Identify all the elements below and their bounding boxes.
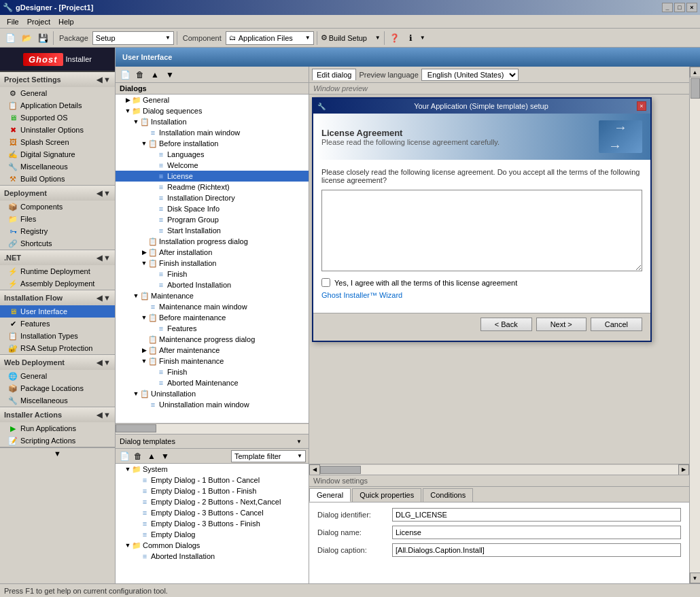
wizard-link[interactable]: Ghost Installer™ Wizard — [321, 291, 642, 299]
toggle[interactable]: ▼ — [132, 390, 140, 398]
dialogs-tree[interactable]: ▶ 📁 General ▼ 📁 Dialog sequences — [116, 95, 309, 423]
tree-node-license[interactable]: ≡ License — [116, 171, 309, 182]
sidebar-item-web-misc[interactable]: 🔧 Miscellaneous — [0, 394, 115, 407]
tree-node-program-group[interactable]: ≡ Program Group — [116, 214, 309, 225]
sidebar-item-components[interactable]: 📦 Components — [0, 201, 115, 213]
scroll-down-button[interactable]: ▼ — [690, 573, 701, 583]
back-button[interactable]: < Back — [480, 318, 532, 331]
tree-node-after-install[interactable]: ▶ 📋 After installation — [116, 247, 309, 258]
sidebar-item-assembly[interactable]: ⚡ Assembly Deployment — [0, 277, 115, 290]
sidebar-item-install-types[interactable]: 📋 Installation Types — [0, 330, 115, 342]
tmpl-btn-4[interactable]: ▼ — [159, 450, 171, 462]
sidebar-item-uninstaller[interactable]: ✖ Uninstaller Options — [0, 124, 115, 136]
tmpl-btn-1[interactable]: 📄 — [118, 450, 130, 462]
tab-quick-props[interactable]: Quick properties — [352, 488, 421, 502]
tree-node-welcome[interactable]: ≡ Welcome — [116, 160, 309, 171]
menu-help[interactable]: Help — [54, 16, 78, 27]
template-node-empty-2-next[interactable]: ≡ Empty Dialog - 2 Buttons - Next,Cancel — [116, 496, 309, 507]
sidebar-item-registry[interactable]: 🗝 Registry — [0, 225, 115, 237]
toggle[interactable]: ▼ — [132, 292, 140, 300]
close-button[interactable]: × — [686, 3, 697, 12]
title-bar-controls[interactable]: _ □ × — [662, 3, 697, 12]
toggle[interactable]: ▼ — [124, 465, 132, 473]
dlg-name-input[interactable] — [392, 526, 681, 539]
tmpl-btn-3[interactable]: ▲ — [145, 450, 158, 462]
fake-window-close[interactable]: × — [637, 101, 646, 111]
next-button[interactable]: Next > — [536, 318, 587, 331]
tree-btn-3[interactable]: ▲ — [148, 68, 162, 82]
tree-btn-4[interactable]: ▼ — [163, 68, 177, 82]
install-flow-header[interactable]: Installation Flow ◀ ▼ — [0, 290, 115, 305]
edit-dialog-tab[interactable]: Edit dialog — [312, 69, 356, 80]
dotnet-header[interactable]: .NET ◀ ▼ — [0, 250, 115, 265]
tree-node-uninstall[interactable]: ▼ 📋 Uninstallation — [116, 388, 309, 399]
tree-node-after-maint[interactable]: ▶ 📋 After maintenance — [116, 345, 309, 356]
maximize-button[interactable]: □ — [674, 3, 685, 12]
tree-node-maint-main[interactable]: ≡ Maintenance main window — [116, 301, 309, 312]
tree-node-before-maint[interactable]: ▼ 📋 Before maintenance — [116, 312, 309, 323]
toggle[interactable]: ▶ — [140, 346, 148, 354]
toggle[interactable]: ▼ — [140, 259, 148, 267]
open-button[interactable]: 📂 — [19, 31, 34, 46]
tree-node-features[interactable]: ≡ Features — [116, 323, 309, 334]
license-textarea[interactable] — [321, 190, 642, 271]
template-node-aborted-install[interactable]: ≡ Aborted Installation — [116, 551, 309, 562]
scroll-right-button[interactable]: ▶ — [678, 464, 689, 475]
agree-checkbox[interactable] — [321, 278, 330, 287]
toggle[interactable]: ▼ — [140, 313, 148, 322]
toggle[interactable]: ▶ — [124, 96, 132, 104]
sidebar-item-run-apps[interactable]: ▶ Run Applications — [0, 422, 115, 434]
toggle[interactable]: ▶ — [140, 248, 148, 256]
template-filter-dropdown[interactable]: Template filter ▼ — [231, 450, 306, 462]
appfiles-dropdown[interactable]: 🗂 Application Files ▼ — [226, 31, 314, 45]
build-setup-button[interactable]: ⚙ Build Setup ▼ — [320, 31, 381, 46]
tree-node-general[interactable]: ▶ 📁 General — [116, 95, 309, 105]
tree-node-readme[interactable]: ≡ Readme (Richtext) — [116, 182, 309, 192]
scroll-left-button[interactable]: ◀ — [309, 464, 320, 475]
toggle[interactable]: ▼ — [124, 541, 132, 549]
sidebar-item-pkg-locations[interactable]: 📦 Package Locations — [0, 382, 115, 394]
sidebar-item-features[interactable]: ✔ Features — [0, 318, 115, 330]
sidebar-item-files[interactable]: 📁 Files — [0, 213, 115, 225]
template-node-empty-3-finish[interactable]: ≡ Empty Dialog - 3 Buttons - Finish — [116, 518, 309, 529]
sidebar-item-scripting[interactable]: 📝 Scripting Actions — [0, 434, 115, 447]
window-preview-content[interactable]: 🔧 Your Application (Simple template) set… — [309, 95, 689, 464]
template-node-empty-3-cancel[interactable]: ≡ Empty Dialog - 3 Buttons - Cancel — [116, 507, 309, 518]
minimize-button[interactable]: _ — [662, 3, 673, 12]
template-node-empty-1-cancel[interactable]: ≡ Empty Dialog - 1 Button - Cancel — [116, 475, 309, 485]
tree-node-finish[interactable]: ≡ Finish — [116, 269, 309, 279]
info-button[interactable]: ℹ — [404, 31, 419, 46]
tree-node-start-install[interactable]: ≡ Start Installation — [116, 225, 309, 236]
template-tree[interactable]: ▼ 📁 System ≡ Empty Dialog - 1 Button - C… — [116, 464, 309, 583]
sidebar-item-ui[interactable]: 🖥 User Interface — [0, 305, 115, 318]
dlg-id-input[interactable] — [392, 508, 681, 522]
tree-node-maint-progress[interactable]: 📋 Maintenance progress dialog — [116, 334, 309, 345]
project-settings-header[interactable]: Project Settings ◀ ▼ — [0, 72, 115, 87]
language-dropdown[interactable]: English (United States) — [421, 69, 519, 81]
dlg-caption-input[interactable] — [392, 543, 681, 557]
tree-node-aborted[interactable]: ≡ Aborted Installation — [116, 279, 309, 290]
menu-file[interactable]: File — [3, 16, 23, 27]
installer-actions-header[interactable]: Installer Actions ◀ ▼ — [0, 407, 115, 422]
template-node-common[interactable]: ▼ 📁 Common Dialogs — [116, 540, 309, 551]
toggle[interactable]: ▼ — [132, 118, 140, 126]
left-panel-scroll-down[interactable]: ▼ — [0, 447, 115, 459]
tree-node-disk-space[interactable]: ≡ Disk Space Info — [116, 203, 309, 214]
scroll-up-button[interactable]: ▲ — [690, 67, 701, 78]
scroll-thumb-v[interactable] — [690, 78, 700, 99]
help-button[interactable]: ❓ — [387, 31, 402, 46]
template-node-empty-1-finish[interactable]: ≡ Empty Dialog - 1 Button - Finish — [116, 485, 309, 496]
toggle[interactable]: ▼ — [140, 139, 148, 148]
template-node-system[interactable]: ▼ 📁 System — [116, 464, 309, 475]
new-button[interactable]: 📄 — [3, 31, 18, 46]
tree-scroll-thumb[interactable] — [116, 424, 156, 432]
template-node-empty[interactable]: ≡ Empty Dialog — [116, 529, 309, 540]
tab-conditions[interactable]: Conditions — [423, 488, 473, 502]
sidebar-item-app-details[interactable]: 📋 Application Details — [0, 99, 115, 112]
tree-node-installation[interactable]: ▼ 📋 Installation — [116, 116, 309, 127]
tree-node-finish-maint[interactable]: ▼ 📋 Finish maintenance — [116, 356, 309, 366]
sidebar-item-general[interactable]: ⚙ General — [0, 87, 115, 99]
sidebar-item-shortcuts[interactable]: 🔗 Shortcuts — [0, 237, 115, 250]
tmpl-btn-2[interactable]: 🗑 — [132, 450, 144, 462]
tree-node-languages[interactable]: ≡ Languages — [116, 149, 309, 160]
